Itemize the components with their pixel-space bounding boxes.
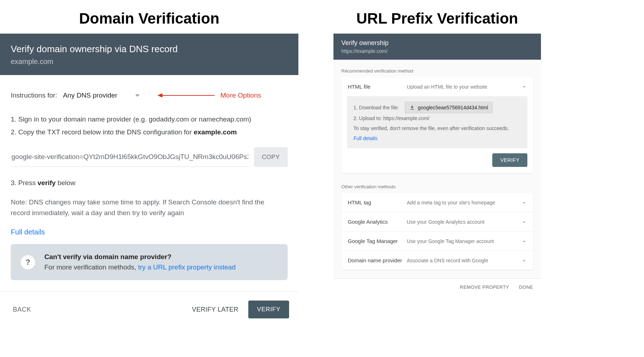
done-button[interactable]: DONE [519,284,533,290]
chevron-down-icon [522,219,527,224]
upload-url: https://example.com/ [383,115,429,121]
back-button[interactable]: BACK [13,306,31,313]
remove-property-button[interactable]: REMOVE PROPERTY [460,284,509,290]
verify-button-htmlfile[interactable]: VERIFY [492,153,527,167]
html-file-method-row[interactable]: HTML file Upload an HTML file to your we… [341,77,533,96]
method-domain-name-provider[interactable]: Domain name provider Associate a DNS rec… [341,251,533,270]
method-name: HTML tag [348,199,403,205]
help-icon: ? [21,255,35,269]
method-name: Google Analytics [348,219,403,225]
dns-provider-dropdown[interactable]: Any DNS provider [62,90,140,101]
recommended-label: Recommended verification method [333,66,541,77]
tip-title: Can't verify via domain name provider? [44,252,236,262]
chevron-down-icon [522,239,527,244]
stay-verified-note: To stay verified, don't remove the file,… [353,123,521,133]
full-details-link[interactable]: Full details [353,135,377,141]
url-prefix-link[interactable]: try a URL prefix property instead [138,263,236,271]
instructions-for-label: Instructions for: [11,91,57,99]
method-desc: Add a meta tag to your site's homepage [407,200,518,205]
annotation-arrow: More Options [157,91,261,99]
verify-later-button[interactable]: VERIFY LATER [185,302,245,318]
tip-body: For more verification methods, [44,263,138,271]
method-name: Domain name provider [348,257,403,263]
step-2-text: 2. Copy the TXT record below into the DN… [11,126,288,139]
download-file-button[interactable]: googlec5eae5756914d434.html [405,102,493,113]
download-icon [409,105,415,110]
html-file-details: 1. Download the file: googlec5eae5756914… [347,96,527,148]
txt-record-field[interactable] [11,147,249,167]
chevron-down-icon [522,258,527,263]
step-1-text: 1. Sign in to your domain name provider … [11,113,288,126]
method-google-tag-manager[interactable]: Google Tag Manager Use your Google Tag M… [341,232,533,251]
column-title-urlprefix: URL Prefix Verification [333,10,541,27]
tip-box: ? Can't verify via domain name provider?… [11,244,288,280]
dns-note: Note: DNS changes may take some time to … [11,197,283,218]
header-subtitle: https://example.com/ [341,48,533,54]
download-filename: googlec5eae5756914d434.html [418,105,488,110]
method-name: HTML file [348,84,403,90]
dialog-header-domain: Verify domain ownership via DNS record e… [0,34,298,75]
header-subtitle: example.com [11,58,288,66]
header-title: Verify domain ownership via DNS record [11,44,288,55]
step-3-text: 3. Press verify below [11,179,288,187]
svg-marker-1 [157,93,162,98]
verify-button[interactable]: VERIFY [248,301,289,318]
method-desc: Upload an HTML file to your website [407,84,518,90]
chevron-down-icon [522,200,527,205]
download-step-label: 1. Download the file: [353,103,399,113]
upload-step-label: 2. Upload to: [353,115,383,121]
method-desc: Use your Google Tag Manager account [407,238,518,244]
dialog-header-urlprefix: Verify ownership https://example.com/ [333,34,541,60]
method-desc: Use your Google Analytics account [407,219,518,225]
method-name: Google Tag Manager [348,238,403,244]
column-title-domain: Domain Verification [0,10,298,27]
method-google-analytics[interactable]: Google Analytics Use your Google Analyti… [341,212,533,232]
other-methods-label: Other verification methods [333,182,541,193]
copy-button[interactable]: COPY [254,147,288,167]
method-desc: Associate a DNS record with Google [407,258,518,263]
header-title: Verify ownership [341,39,533,47]
annotation-label: More Options [220,91,261,99]
chevron-down-icon [135,94,140,97]
full-details-link[interactable]: Full details [11,228,45,236]
chevron-up-icon [522,84,527,89]
dropdown-value: Any DNS provider [63,91,117,99]
method-html-tag[interactable]: HTML tag Add a meta tag to your site's h… [341,193,533,212]
